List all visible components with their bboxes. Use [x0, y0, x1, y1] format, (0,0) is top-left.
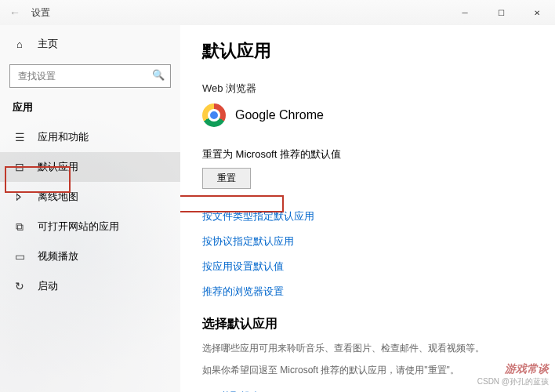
reset-label: 重置为 Microsoft 推荐的默认值: [202, 147, 533, 162]
choose-heading: 选择默认应用: [202, 316, 533, 332]
search-box[interactable]: 🔍: [9, 64, 171, 88]
maximize-button[interactable]: ☐: [483, 0, 519, 25]
close-button[interactable]: ✕: [519, 0, 555, 25]
chrome-icon: [202, 103, 226, 127]
link-icon: ⧉: [13, 220, 27, 234]
web-browser-label: Web 浏览器: [202, 82, 533, 96]
watermark-sub: CSDN @孙孔的蓝孩: [477, 376, 549, 387]
back-icon[interactable]: ←: [9, 6, 25, 19]
link-browser-rec[interactable]: 推荐的浏览器设置: [202, 285, 533, 299]
browser-row[interactable]: Google Chrome: [202, 103, 533, 127]
sidebar-item-apps-features[interactable]: ☰ 应用和功能: [0, 122, 180, 152]
sidebar-home[interactable]: ⌂ 主页: [0, 30, 180, 58]
startup-icon: ↻: [13, 280, 27, 292]
sidebar: ⌂ 主页 🔍 应用 ☰ 应用和功能 ⊟ 默认应用 🢖 离线地图 ⧉: [0, 25, 180, 392]
page-title: 默认应用: [202, 39, 533, 63]
sidebar-item-label: 视频播放: [38, 249, 78, 263]
link-by-protocol[interactable]: 按协议指定默认应用: [202, 234, 533, 249]
search-input[interactable]: [9, 64, 171, 88]
sidebar-section: 应用: [0, 96, 180, 122]
sidebar-item-label: 默认应用: [38, 160, 78, 174]
list-icon: ☰: [13, 131, 27, 143]
home-label: 主页: [38, 37, 58, 51]
sidebar-item-apps-websites[interactable]: ⧉ 可打开网站的应用: [0, 212, 180, 241]
sidebar-item-video[interactable]: ▭ 视频播放: [0, 241, 180, 271]
link-by-app[interactable]: 按应用设置默认值: [202, 260, 533, 274]
sidebar-item-label: 可打开网站的应用: [38, 220, 119, 234]
sidebar-item-offline-maps[interactable]: 🢖 离线地图: [0, 182, 180, 212]
reset-button[interactable]: 重置: [202, 168, 251, 189]
watermark: 游戏常谈 CSDN @孙孔的蓝孩: [477, 362, 549, 387]
defaults-icon: ⊟: [13, 161, 27, 173]
desc-1: 选择哪些应用可用来聆听音乐、查看图片、检查邮件、观看视频等。: [202, 340, 533, 358]
link-by-filetype[interactable]: 按文件类型指定默认应用: [202, 209, 533, 223]
minimize-button[interactable]: ─: [447, 0, 483, 25]
sidebar-item-default-apps[interactable]: ⊟ 默认应用: [0, 152, 180, 182]
titlebar: ← 设置 ─ ☐ ✕: [0, 0, 555, 25]
video-icon: ▭: [13, 250, 27, 263]
content-pane: 默认应用 Web 浏览器 Google Chrome 重置为 Microsoft…: [180, 25, 555, 392]
sidebar-item-label: 启动: [38, 279, 58, 293]
window-title: 设置: [31, 6, 50, 20]
sidebar-item-startup[interactable]: ↻ 启动: [0, 271, 180, 301]
map-icon: 🢖: [13, 191, 27, 203]
sidebar-item-label: 应用和功能: [38, 130, 89, 144]
browser-name: Google Chrome: [235, 108, 324, 122]
links-group: 按文件类型指定默认应用 按协议指定默认应用 按应用设置默认值 推荐的浏览器设置: [202, 209, 533, 299]
watermark-title: 游戏常谈: [477, 362, 549, 376]
search-icon: 🔍: [152, 69, 165, 81]
home-icon: ⌂: [13, 38, 27, 50]
sidebar-item-label: 离线地图: [38, 190, 78, 204]
